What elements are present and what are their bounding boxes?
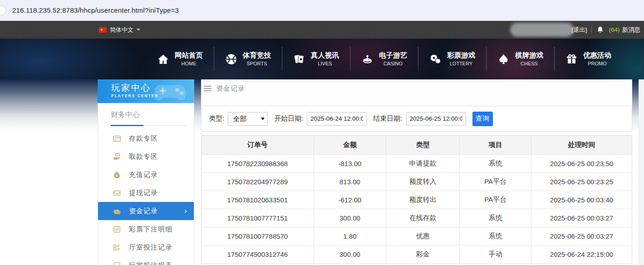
cell-time: 2025-06-25 00:23:50 — [531, 155, 632, 173]
logout-button[interactable]: [退出] — [571, 26, 587, 34]
column-header-time: 处理时间 — [531, 136, 632, 155]
site-info-icon[interactable] — [0, 5, 6, 15]
language-label: 简体中文 — [110, 26, 133, 34]
cell-order-id: 1750781020633501 — [202, 191, 314, 209]
main-content: 资金记录 类型: 全部 开始日期: 结束日期: 查询 订单号 金额 类型 项目 … — [201, 79, 632, 265]
nav-item-sports[interactable]: 体育竞技 SPORTS — [214, 47, 282, 71]
player-report-icon — [113, 261, 121, 265]
sidebar-item-label: 存款专区 — [129, 134, 158, 143]
message-label: 新消息 — [622, 26, 641, 34]
type-select[interactable]: 全部 — [228, 112, 268, 126]
sidebar-item-hall-bets[interactable]: 厅室投注记录 — [98, 238, 194, 256]
hall-bets-icon — [113, 243, 121, 252]
nav-item-promo[interactable]: 优惠活动 PROMO — [555, 47, 622, 71]
sidebar-item-deposit[interactable]: 存款专区 — [98, 129, 194, 147]
cell-project: PA平台 — [460, 173, 531, 191]
filter-bar: 类型: 全部 开始日期: 结束日期: 查询 — [201, 106, 632, 132]
sidebar-item-label: 充值记录 — [129, 171, 158, 179]
cell-project: 系统 — [460, 227, 531, 245]
type-label: 类型: — [209, 114, 224, 123]
nav-label-zh: 彩票游戏 — [447, 51, 475, 60]
cell-order-id: 1750781007777151 — [202, 209, 314, 227]
cell-project: PA平台 — [460, 191, 531, 209]
cell-type: 申请提款 — [386, 155, 460, 173]
table-row: 1750774500312746 300.00 彩金 手动 2025-06-24… — [202, 245, 632, 264]
sidebar-item-recharge-record[interactable]: 充值记录 — [98, 166, 194, 184]
funds-record-table: 订单号 金额 类型 项目 处理时间 1750782230988368 -813.… — [201, 135, 632, 265]
nav-label-en: PROMO — [583, 60, 611, 67]
nav-item-lives[interactable]: 真人视讯 LIVES — [282, 47, 350, 71]
sidebar-item-lottery-bets[interactable]: 彩票下注明细 — [98, 220, 194, 238]
china-flag-icon: ★ — [99, 27, 107, 33]
table-row: 1750781020633501 -612.00 额度转出 PA平台 2025-… — [202, 191, 632, 209]
sidebar-item-label: 提现记录 — [129, 189, 158, 197]
cell-project: 系统 — [460, 209, 531, 227]
recharge-record-icon — [113, 171, 121, 179]
column-header-type: 类型 — [386, 136, 460, 155]
roulette-icon — [361, 53, 374, 65]
cell-type: 优惠 — [386, 227, 460, 245]
nav-label-zh: 电子游艺 — [379, 51, 407, 60]
sidebar-item-player-report[interactable]: 玩家投注报表 — [98, 256, 194, 265]
lottery-balls-icon — [429, 53, 442, 65]
cell-time: 2025-06-25 00:03:27 — [531, 227, 632, 245]
cell-amount: 300.00 — [314, 209, 386, 227]
cell-project: 手动 — [460, 245, 531, 264]
cell-time: 2025-06-24 22:15:00 — [531, 245, 632, 264]
browser-address-bar[interactable]: 216.118.235.52:8783/hhcp/usercenter.html… — [0, 0, 644, 21]
end-date-input[interactable] — [406, 112, 466, 126]
cell-amount: -612.00 — [314, 191, 386, 209]
sidebar-item-withdrawal-record[interactable]: 提现记录 — [98, 184, 194, 202]
divider — [591, 26, 592, 33]
nav-item-casino[interactable]: 电子游艺 CASINO — [350, 47, 418, 71]
cell-project: 系统 — [460, 155, 531, 173]
cell-type: 额度转入 — [386, 173, 460, 191]
cell-time: 2025-06-25 00:23:25 — [531, 173, 632, 191]
page-scrollbar[interactable] — [639, 79, 644, 265]
player-center-sidebar: 玩家中心 PLAYERS CENTER 财务中心 存款专区 取款专区 — [98, 79, 194, 265]
language-selector[interactable]: ★ 简体中文 — [99, 21, 140, 39]
nav-item-lottery[interactable]: 彩票游戏 LOTTERY — [418, 47, 487, 71]
nav-item-chess[interactable]: 棋牌游戏 CHESS — [487, 47, 555, 71]
new-messages-link[interactable]: (64) 新消息 — [609, 26, 640, 34]
chevron-right-icon: › — [184, 207, 187, 215]
cell-type: 彩金 — [386, 245, 460, 264]
start-date-input[interactable] — [307, 112, 367, 126]
cell-time: 2025-06-25 00:03:40 — [531, 191, 632, 209]
nav-label-en: CASINO — [379, 60, 407, 67]
basketball-icon — [225, 53, 237, 65]
sidebar-item-withdraw[interactable]: 取款专区 — [98, 147, 194, 166]
deposit-icon — [113, 134, 121, 143]
cell-amount: -813.00 — [314, 155, 386, 173]
page-title: 资金记录 — [216, 84, 245, 93]
sidebar-panel: 财务中心 存款专区 取款专区 充值记录 — [98, 103, 194, 265]
url-text[interactable]: 216.118.235.52:8783/hhcp/usercenter.html… — [12, 6, 179, 14]
nav-label-en: HOME — [175, 60, 203, 67]
sidebar-item-label: 资金记录 — [129, 207, 158, 216]
column-header-project: 项目 — [460, 136, 531, 155]
hamburger-icon[interactable] — [204, 86, 211, 91]
nav-label-zh: 优惠活动 — [583, 51, 611, 60]
cell-amount: 1.80 — [314, 227, 386, 245]
withdraw-icon — [113, 152, 121, 161]
spade-icon — [497, 53, 510, 65]
nav-label-en: LOTTERY — [447, 60, 475, 67]
cell-type: 额度转出 — [386, 191, 460, 209]
gamepad-icon — [152, 82, 188, 102]
message-count: (64) — [609, 26, 619, 33]
column-header-amount: 金额 — [314, 136, 386, 155]
lottery-bets-icon — [113, 225, 121, 234]
sidebar-section-title: 财务中心 — [98, 103, 194, 125]
cards-icon — [293, 53, 305, 65]
nav-item-home[interactable]: 网站首页 HOME — [146, 47, 214, 71]
nav-label-en: LIVES — [311, 60, 339, 67]
nav-label-zh: 棋牌游戏 — [515, 51, 543, 60]
top-utility-bar: ★ 简体中文 [退出] (64) 新消息 — [0, 21, 644, 39]
query-button[interactable]: 查询 — [472, 112, 493, 126]
sidebar-item-funds-record[interactable]: 资金记录 › — [98, 202, 194, 220]
bell-icon[interactable] — [596, 26, 604, 34]
cell-order-id: 1750781007788570 — [202, 227, 314, 245]
main-nav: 网站首页 HOME 体育竞技 SPORTS 真人视讯 LIVES 电子游艺 — [146, 39, 622, 79]
nav-label-en: CHESS — [515, 60, 543, 67]
nav-label-zh: 真人视讯 — [311, 51, 339, 60]
